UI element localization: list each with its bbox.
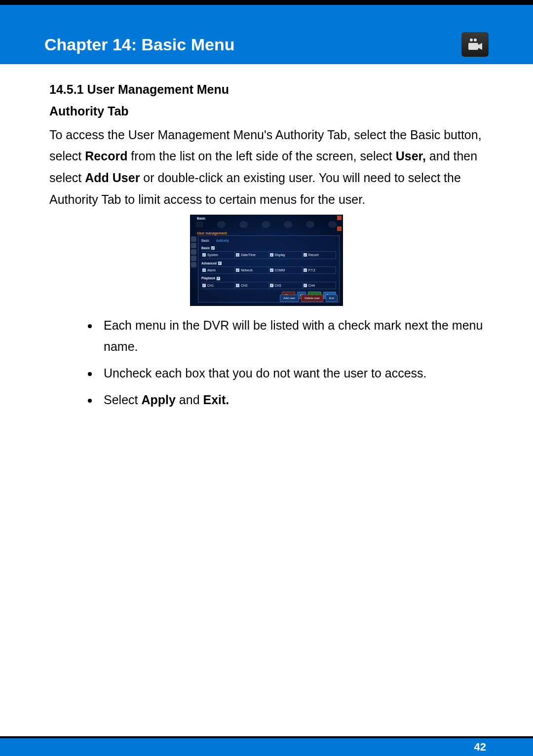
checkbox[interactable]: ✓ bbox=[270, 253, 273, 257]
group-playback: Playback✓ bbox=[201, 275, 336, 281]
record-icon[interactable] bbox=[191, 256, 196, 261]
bullet-list: Each menu in the DVR will be listed with… bbox=[49, 315, 484, 411]
dvr-top-icons bbox=[196, 221, 337, 228]
user-icon[interactable] bbox=[191, 262, 196, 267]
page-footer: 42 bbox=[0, 736, 533, 756]
add-user-button[interactable]: Add user bbox=[280, 295, 299, 302]
time-icon[interactable] bbox=[191, 243, 196, 248]
help-icon[interactable] bbox=[337, 227, 342, 231]
tab-authority[interactable]: Authority bbox=[216, 238, 229, 243]
top-icon[interactable] bbox=[284, 221, 292, 228]
intro-paragraph: To access the User Management Menu's Aut… bbox=[49, 124, 484, 211]
bold-exit: Exit. bbox=[203, 393, 229, 407]
checkbox[interactable]: ✓ bbox=[217, 277, 220, 280]
delete-user-button[interactable]: Delete user bbox=[301, 295, 323, 302]
top-icon[interactable] bbox=[196, 222, 203, 227]
page-number: 42 bbox=[474, 741, 486, 754]
checkbox[interactable]: ✓ bbox=[270, 284, 273, 287]
bold-apply: Apply bbox=[141, 393, 175, 407]
checkbox[interactable]: ✓ bbox=[304, 284, 307, 287]
checkbox[interactable]: ✓ bbox=[211, 246, 215, 250]
checkbox[interactable]: ✓ bbox=[270, 268, 273, 272]
top-icon[interactable] bbox=[217, 221, 226, 228]
exit-button[interactable]: Exit bbox=[326, 295, 338, 302]
dvr-screenshot: Basic User management Basic Authority Ba… bbox=[190, 215, 343, 306]
display-icon[interactable] bbox=[191, 249, 196, 255]
perm-ptz: ✓P.T.Z bbox=[303, 267, 336, 274]
list-item: Each menu in the DVR will be listed with… bbox=[99, 315, 484, 358]
perm-datetime: ✓Date/Time bbox=[235, 252, 268, 259]
para-bold-user: User, bbox=[396, 149, 426, 163]
svg-rect-2 bbox=[468, 43, 478, 50]
top-icon[interactable] bbox=[239, 221, 248, 228]
svg-point-0 bbox=[470, 38, 473, 41]
perm-ch1: ✓CH1 bbox=[201, 282, 235, 289]
chapter-title: Chapter 14: Basic Menu bbox=[44, 35, 234, 54]
checkbox[interactable]: ✓ bbox=[202, 284, 206, 287]
para-bold-adduser: Add User bbox=[85, 171, 140, 185]
perm-ch2: ✓CH2 bbox=[235, 282, 268, 289]
chapter-header: Chapter 14: Basic Menu bbox=[0, 0, 533, 64]
perm-network: ✓Network bbox=[235, 267, 268, 274]
para-text: from the list on the left side of the sc… bbox=[127, 149, 395, 163]
section-subtitle: Authority Tab bbox=[49, 101, 484, 122]
svg-marker-3 bbox=[478, 43, 482, 50]
top-icon[interactable] bbox=[328, 221, 337, 228]
close-icon[interactable] bbox=[337, 216, 342, 220]
page-body: 14.5.1 User Management Menu Authority Ta… bbox=[0, 64, 533, 411]
checkbox[interactable]: ✓ bbox=[304, 253, 307, 257]
window-bottom-buttons: Add user Delete user Exit bbox=[280, 295, 338, 302]
checkbox[interactable]: ✓ bbox=[236, 268, 239, 272]
perm-ch3: ✓CH3 bbox=[269, 282, 303, 289]
group-advanced: Advanced✓ bbox=[201, 261, 336, 266]
checkbox[interactable]: ✓ bbox=[202, 253, 206, 257]
checkbox[interactable]: ✓ bbox=[236, 253, 239, 257]
tab-basic[interactable]: Basic bbox=[201, 238, 209, 243]
para-bold-record: Record bbox=[85, 149, 127, 163]
list-item: Select Apply and Exit. bbox=[99, 389, 484, 411]
gear-icon[interactable] bbox=[191, 236, 196, 242]
checkbox[interactable]: ✓ bbox=[304, 268, 307, 272]
checkbox[interactable]: ✓ bbox=[218, 262, 222, 265]
perm-comm: ✓COMM bbox=[269, 267, 303, 274]
dvr-sidebar bbox=[191, 236, 197, 267]
top-icon[interactable] bbox=[262, 221, 270, 228]
dvr-panel: Basic Authority Basic✓ ✓System ✓Date/Tim… bbox=[198, 235, 340, 302]
section-heading: 14.5.1 User Management Menu bbox=[49, 79, 484, 101]
dvr-window-title: Basic bbox=[197, 216, 205, 221]
perm-system: ✓System bbox=[201, 252, 235, 259]
perm-alarm: ✓Alarm bbox=[201, 267, 235, 274]
top-icon[interactable] bbox=[306, 221, 314, 228]
perm-record: ✓Record bbox=[303, 252, 336, 259]
list-item: Uncheck each box that you do not want th… bbox=[99, 363, 484, 384]
camera-icon bbox=[461, 32, 489, 57]
group-basic: Basic✓ bbox=[201, 245, 336, 251]
checkbox[interactable]: ✓ bbox=[202, 268, 206, 272]
perm-ch4: ✓CH4 bbox=[303, 282, 336, 289]
svg-point-1 bbox=[474, 38, 477, 41]
checkbox[interactable]: ✓ bbox=[236, 284, 239, 287]
perm-display: ✓Display bbox=[269, 252, 303, 259]
